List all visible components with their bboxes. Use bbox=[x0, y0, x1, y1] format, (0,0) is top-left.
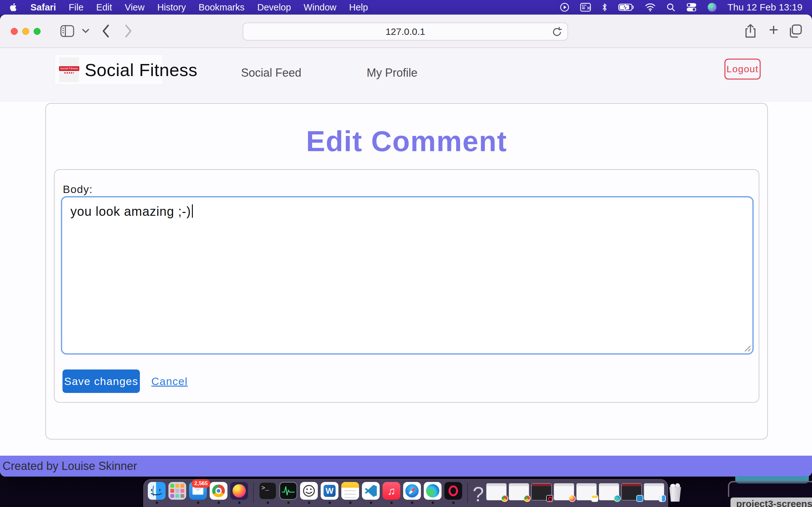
zoom-button[interactable] bbox=[34, 28, 41, 35]
svg-text:⌘: ⌘ bbox=[587, 6, 591, 10]
apple-menu-icon[interactable] bbox=[9, 3, 18, 12]
dock-music-icon[interactable]: ♫ bbox=[382, 482, 401, 504]
forward-button-icon[interactable] bbox=[124, 24, 133, 38]
logout-button[interactable]: Logout bbox=[724, 59, 761, 79]
battery-charging-icon[interactable] bbox=[618, 3, 634, 11]
menubar-clock[interactable]: Thu 12 Feb 13:19 bbox=[727, 2, 803, 13]
save-button[interactable]: Save changes bbox=[62, 370, 140, 393]
dock: 2,565 >_ W ♫ bbox=[143, 479, 668, 507]
nav-my-profile[interactable]: My Profile bbox=[367, 66, 417, 79]
dock-terminal-icon[interactable]: >_ bbox=[258, 482, 277, 504]
site-header: Social Fitness Social Fitness Social Fee… bbox=[0, 49, 812, 101]
comment-form: Body: you look amazing ;-) Save changes … bbox=[54, 169, 759, 403]
dock-activity-monitor-icon[interactable] bbox=[279, 482, 298, 504]
safari-window: 127.0.0.1 + Social Fitness Social Fitnes… bbox=[0, 14, 812, 476]
finder-window-title-text: project3-screenshots bbox=[736, 498, 812, 507]
dock-vscode-icon[interactable] bbox=[362, 482, 380, 504]
dock-firefox-icon[interactable] bbox=[230, 482, 248, 504]
window-preview-opera[interactable] bbox=[531, 483, 552, 500]
window-preview-edge[interactable] bbox=[599, 483, 619, 500]
dock-word-icon[interactable]: W bbox=[320, 482, 339, 504]
page-title: Edit Comment bbox=[46, 125, 767, 158]
footer-credit: Created by Louise Skinner bbox=[3, 459, 137, 473]
keyboard-shortcuts-icon[interactable]: ⌘ bbox=[580, 3, 591, 12]
siri-icon[interactable] bbox=[708, 3, 716, 12]
finder-window-title: project3-screenshots bbox=[730, 498, 812, 507]
menu-file[interactable]: File bbox=[69, 2, 84, 13]
brand-logo-box[interactable]: Social Fitness Social Fitness bbox=[55, 55, 163, 85]
web-page: Social Fitness Social Fitness Social Fee… bbox=[0, 49, 812, 456]
site-footer: Created by Louise Skinner bbox=[0, 456, 812, 476]
dock-finder-icon[interactable] bbox=[148, 482, 166, 504]
menu-edit[interactable]: Edit bbox=[96, 2, 112, 13]
dock-separator bbox=[467, 483, 468, 503]
url-text: 127.0.0.1 bbox=[386, 26, 425, 37]
body-label: Body: bbox=[63, 183, 93, 195]
control-center-icon[interactable] bbox=[686, 3, 697, 12]
edit-comment-card: Edit Comment Body: you look amazing ;-) … bbox=[45, 103, 768, 440]
logo-badge-text: Social Fitness bbox=[59, 66, 79, 71]
address-bar[interactable]: 127.0.0.1 bbox=[243, 22, 568, 41]
logo-sub-marks bbox=[64, 72, 74, 73]
close-button[interactable] bbox=[11, 28, 18, 35]
menu-history[interactable]: History bbox=[157, 2, 186, 13]
wifi-icon[interactable] bbox=[645, 3, 656, 11]
reload-icon[interactable] bbox=[552, 26, 562, 40]
window-preview-notes[interactable] bbox=[576, 483, 597, 500]
spotlight-search-icon[interactable] bbox=[666, 3, 675, 12]
cancel-link[interactable]: Cancel bbox=[151, 375, 188, 388]
dock-chrome-icon[interactable] bbox=[209, 482, 228, 504]
menu-safari[interactable]: Safari bbox=[31, 2, 56, 13]
menu-bookmarks[interactable]: Bookmarks bbox=[199, 2, 245, 13]
window-preview-firefox[interactable] bbox=[554, 483, 574, 500]
text-caret bbox=[192, 205, 193, 218]
window-preview-finder[interactable] bbox=[644, 483, 664, 500]
menu-view[interactable]: View bbox=[125, 2, 144, 13]
dock-launchpad-icon[interactable] bbox=[168, 482, 187, 504]
dock-smiley-app-icon[interactable] bbox=[300, 482, 318, 504]
safari-toolbar: 127.0.0.1 + bbox=[0, 14, 812, 48]
resize-handle[interactable] bbox=[744, 345, 751, 351]
social-fitness-logo-icon: Social Fitness bbox=[59, 57, 79, 82]
window-preview-chrome[interactable] bbox=[486, 483, 507, 500]
minimize-button[interactable] bbox=[22, 28, 29, 35]
macos-menubar: Safari File Edit View History Bookmarks … bbox=[0, 0, 812, 14]
dock-edge-icon[interactable] bbox=[423, 482, 442, 504]
window-preview-chrome[interactable] bbox=[509, 483, 529, 500]
new-tab-icon[interactable]: + bbox=[769, 20, 778, 39]
dock-mail-icon[interactable]: 2,565 bbox=[189, 482, 207, 504]
share-icon[interactable] bbox=[745, 24, 756, 38]
dock-opera-gx-icon[interactable] bbox=[444, 482, 462, 504]
dock-help-icon[interactable]: ? bbox=[473, 483, 484, 506]
back-button-icon[interactable] bbox=[101, 24, 110, 38]
tab-overview-icon[interactable] bbox=[788, 24, 803, 38]
menu-develop[interactable]: Develop bbox=[257, 2, 291, 13]
mail-unread-badge: 2,565 bbox=[192, 480, 210, 488]
play-circle-icon[interactable] bbox=[560, 3, 569, 12]
body-textarea[interactable]: you look amazing ;-) bbox=[61, 196, 754, 354]
dock-notes-icon[interactable] bbox=[341, 482, 359, 504]
brand-title: Social Fitness bbox=[85, 60, 198, 80]
chevron-down-icon[interactable] bbox=[82, 29, 90, 34]
bluetooth-icon[interactable] bbox=[602, 3, 607, 12]
window-preview-vscode[interactable] bbox=[621, 483, 642, 500]
menu-window[interactable]: Window bbox=[304, 2, 336, 13]
menu-help[interactable]: Help bbox=[349, 2, 368, 13]
background-window[interactable] bbox=[728, 481, 812, 497]
dock-separator bbox=[253, 483, 254, 503]
sidebar-icon[interactable] bbox=[60, 25, 74, 37]
dock-safari-icon[interactable] bbox=[403, 482, 421, 504]
nav-social-feed[interactable]: Social Feed bbox=[241, 66, 301, 79]
dock-trash-icon[interactable] bbox=[666, 483, 684, 502]
body-text: you look amazing ;-) bbox=[70, 205, 191, 218]
